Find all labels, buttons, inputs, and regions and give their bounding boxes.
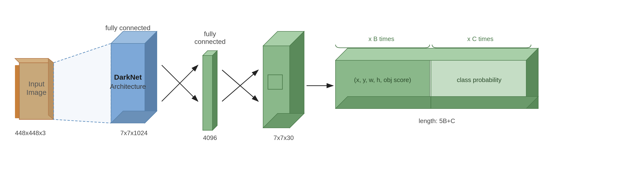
cross-arrow-4 <box>222 70 258 101</box>
output-right-cell <box>431 60 526 108</box>
output-bottom-face <box>336 96 538 108</box>
input-label-line1: Input <box>28 80 45 88</box>
book-top <box>15 58 54 63</box>
fc-label-1-line1: fully <box>204 30 216 38</box>
darknet-right-face <box>145 31 157 123</box>
book-spine <box>15 65 20 118</box>
darknet-sublabel: Architecture <box>110 83 146 90</box>
darknet-bottom-face <box>111 111 157 123</box>
cross-arrow-1 <box>162 65 198 101</box>
b-times-label: x B times <box>368 35 394 42</box>
dashed-perspective-box <box>54 44 111 123</box>
output-left-cell <box>336 60 430 108</box>
output-right-face <box>526 48 538 108</box>
cross-arrow-3 <box>222 70 258 101</box>
darknet-front-face <box>111 44 145 123</box>
b-times-brace <box>336 45 430 48</box>
thin-block-front <box>203 56 212 130</box>
darknet-top-face <box>111 31 157 44</box>
output-cell2-label: class probability <box>457 76 502 84</box>
diagram-container: Input Image 448x448x3 fully connected Da… <box>0 0 644 194</box>
output-block-window <box>268 75 282 89</box>
thin-block-dim-label: 4096 <box>203 134 217 142</box>
output-block-top <box>263 31 304 46</box>
darknet-bold-label: DarkNet <box>114 73 142 81</box>
book-right-side <box>48 58 54 120</box>
c-times-label: x C times <box>467 35 494 42</box>
thin-block-right <box>212 51 217 130</box>
input-label-line2: Image <box>26 88 46 96</box>
cross-arrow-2 <box>162 65 198 101</box>
darknet-dim-label: 7x7x1024 <box>120 129 148 136</box>
book-face <box>19 63 53 120</box>
fc-label-1-line2: connected <box>194 38 226 45</box>
length-label: length: 5B+C <box>418 117 455 124</box>
output-top-face <box>336 48 538 60</box>
fc-label-darknet-line1: fully connected <box>106 24 150 32</box>
output-block-front <box>263 46 290 128</box>
diagram-svg: Input Image 448x448x3 fully connected Da… <box>0 0 644 194</box>
output-block-bottom <box>263 114 304 128</box>
c-times-brace <box>432 45 531 48</box>
output-block-dim-label: 7x7x30 <box>274 134 294 142</box>
output-cell1-label: (x, y, w, h, obj score) <box>354 76 411 84</box>
thin-block-top <box>203 51 217 56</box>
output-block-right <box>290 31 304 128</box>
input-dim-label: 448x448x3 <box>15 129 46 136</box>
